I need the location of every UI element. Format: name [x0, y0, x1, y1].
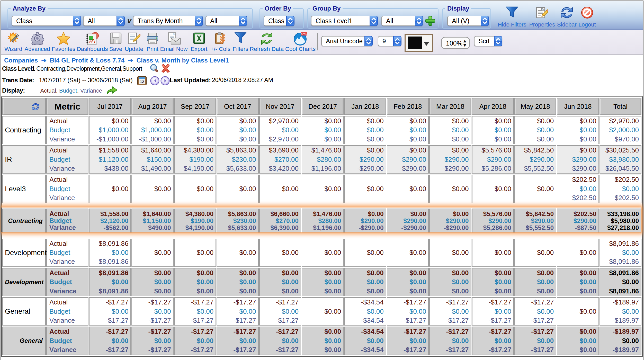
svg-text:12: 12 [140, 79, 144, 84]
svg-text:BETA: BETA [301, 33, 307, 35]
